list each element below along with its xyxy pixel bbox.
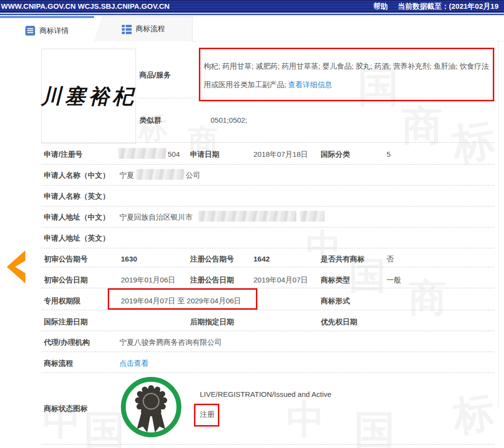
first-pub-no-value: 1630 bbox=[121, 255, 137, 263]
applicant-cn-redacted bbox=[136, 169, 184, 180]
reg-pub-date-value: 2019年04月07日 bbox=[253, 276, 308, 285]
tm-type-value: 一般 bbox=[387, 276, 401, 285]
watermark-glyph: 标 bbox=[451, 391, 497, 437]
first-pub-date-value: 2019年01月06日 bbox=[121, 276, 175, 285]
panel-right-border bbox=[498, 39, 499, 408]
tab-label: 商标流程 bbox=[136, 24, 165, 34]
intl-class-label: 国际分类 bbox=[321, 150, 350, 159]
priority-date-label: 优先权日期 bbox=[321, 317, 357, 327]
tab-label: 商标详情 bbox=[39, 26, 69, 36]
goods-label: 商品/服务 bbox=[139, 71, 171, 80]
status-text: LIVE/REGISTRATION/Issued and Active bbox=[200, 390, 331, 398]
app-no-label: 申请/注册号 bbox=[44, 150, 82, 159]
addr-en-label: 申请人地址（英文） bbox=[44, 234, 110, 243]
trademark-calligraphy-text: 川塞裕杞 bbox=[41, 83, 136, 110]
watermark-glyph: 国 bbox=[84, 410, 125, 448]
co-owned-value: 否 bbox=[387, 255, 394, 264]
help-link[interactable]: 帮助 bbox=[373, 2, 388, 11]
process-label: 商标流程 bbox=[44, 359, 73, 368]
app-date-value: 2018年07月18日 bbox=[253, 150, 308, 159]
tm-form-label: 商标形式 bbox=[321, 297, 350, 306]
watermark-glyph: 商 bbox=[408, 279, 446, 317]
co-owned-label: 是否共有商标 bbox=[321, 255, 365, 264]
intl-reg-date-label: 国际注册日期 bbox=[44, 317, 88, 327]
topbar-accent-line bbox=[0, 14, 504, 15]
process-view-link[interactable]: 点击查看 bbox=[119, 359, 149, 368]
reg-pub-date-label: 注册公告日期 bbox=[190, 276, 234, 285]
first-pub-no-label: 初审公告期号 bbox=[44, 255, 88, 264]
reg-pub-no-value: 1642 bbox=[253, 255, 270, 263]
applicant-cn-prefix: 宁夏 bbox=[119, 171, 134, 180]
later-date-label: 后期指定日期 bbox=[190, 317, 234, 327]
applicant-en-label: 申请人名称（英文） bbox=[44, 192, 110, 201]
status-label: 商标状态图标 bbox=[44, 404, 88, 413]
data-cutoff-text: 当前数据截至：(2021年02月19 bbox=[398, 2, 499, 11]
addr-cn-redacted bbox=[300, 211, 325, 222]
status-tag-highlight-box bbox=[194, 404, 219, 427]
watermark-glyph: 商 bbox=[402, 105, 443, 146]
trademark-detail-page: 标 商 国 商 标 中 国 商 中 国 中 国 标 WWW.CNIPA.GOV.… bbox=[0, 0, 504, 448]
exclusive-label: 专用权期限 bbox=[44, 297, 80, 306]
reg-pub-no-label: 注册公告期号 bbox=[190, 255, 234, 264]
first-pub-date-label: 初审公告日期 bbox=[44, 276, 88, 285]
watermark-glyph: 国 bbox=[354, 410, 395, 448]
addr-cn-prefix: 宁夏回族自治区银川市 bbox=[119, 213, 193, 222]
goods-highlight-box bbox=[199, 48, 494, 101]
top-bar: WWW.CNIPA.GOV.CN WCJS.SBJ.CNIPA.GOV.CN 帮… bbox=[0, 0, 504, 12]
watermark-glyph: 中 bbox=[287, 400, 325, 438]
collapse-left-arrow[interactable] bbox=[7, 250, 25, 283]
exclusive-period-highlight-box bbox=[108, 288, 257, 310]
applicant-cn-suffix: 公司 bbox=[186, 171, 200, 180]
applicant-cn-label: 申请人名称（中文） bbox=[44, 171, 110, 180]
site-url: WWW.CNIPA.GOV.CN WCJS.SBJ.CNIPA.GOV.CN bbox=[1, 2, 170, 10]
similar-group-value: 0501;0502; bbox=[211, 116, 247, 124]
tm-type-label: 商标类型 bbox=[321, 276, 350, 285]
process-grid-icon bbox=[122, 24, 132, 34]
detail-list-icon bbox=[25, 26, 35, 36]
addr-cn-redacted bbox=[198, 211, 296, 222]
trademark-image: 川塞裕杞 bbox=[41, 49, 136, 144]
topbar-divider bbox=[0, 12, 504, 13]
app-date-label: 申请日期 bbox=[190, 150, 219, 159]
intl-class-value: 5 bbox=[387, 150, 390, 158]
similar-group-label: 类似群 bbox=[139, 116, 161, 125]
app-no-visible: 504 bbox=[168, 150, 180, 158]
agency-value: 宁夏八骏奔腾商务咨询有限公司 bbox=[119, 338, 222, 347]
addr-cn-label: 申请人地址（中文） bbox=[44, 213, 110, 222]
tab-trademark-detail[interactable]: 商标详情 bbox=[0, 16, 94, 43]
agency-label: 代理/办理机构 bbox=[44, 338, 90, 347]
app-no-redacted bbox=[118, 148, 166, 159]
status-medal-icon bbox=[120, 376, 182, 438]
tab-trademark-process[interactable]: 商标流程 bbox=[94, 16, 193, 41]
